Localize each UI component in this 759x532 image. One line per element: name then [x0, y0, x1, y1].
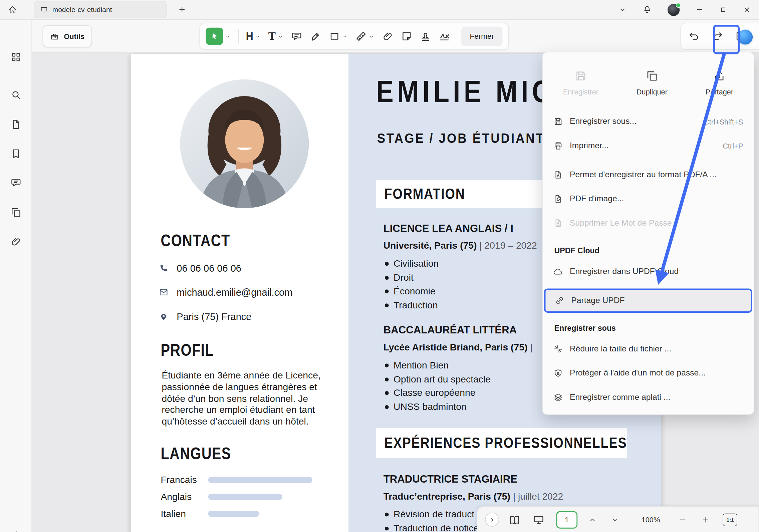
shape-tool-button[interactable] — [328, 30, 340, 42]
entry-title: TRADUCTRICE STAGIAIRE — [384, 473, 563, 485]
menu-item-label: Enregistrer comme aplati ... — [570, 392, 670, 402]
entry-title: LICENCE LEA ANGLAIS / I — [384, 223, 537, 235]
minimize-button[interactable] — [695, 5, 704, 14]
menu-item-enregistrer-aplati[interactable]: Enregistrer comme aplati ... — [543, 385, 754, 410]
menu-item-label: Protéger à l'aide d'un mot de passe... — [570, 368, 706, 378]
sidebar-bookmarks-button[interactable] — [10, 148, 22, 160]
menu-item-imprimer[interactable]: Imprimer... Ctrl+P — [543, 134, 754, 158]
next-page-button[interactable] — [610, 515, 619, 524]
plus-icon — [178, 5, 186, 14]
menu-action-partager[interactable]: Partager — [706, 70, 733, 96]
notifications-button[interactable] — [643, 5, 652, 15]
menu-item-shortcut: Ctrl+P — [723, 142, 743, 150]
attachment-tool-button[interactable] — [382, 30, 394, 42]
ai-assistant-button[interactable] — [738, 29, 753, 44]
actual-size-button[interactable]: 1:1 — [723, 513, 738, 526]
sidebar-pen-button[interactable] — [10, 529, 22, 532]
lang-level-bar — [208, 494, 282, 500]
chevron-right-icon — [489, 516, 495, 523]
maximize-button[interactable] — [719, 6, 727, 13]
remove-password-icon — [553, 218, 563, 228]
close-button[interactable] — [743, 5, 751, 14]
fermer-button[interactable]: Fermer — [461, 27, 503, 46]
experiences-heading-band: EXPÉRIENCES PROFESSIONNELLES — [376, 428, 627, 458]
menu-item-proteger-mot-de-passe[interactable]: Protéger à l'aide d'un mot de passe... — [543, 361, 754, 385]
status-bar: 100% 1:1 — [477, 506, 759, 532]
profil-text: Étudiante en 3ème année de Licence, pass… — [162, 370, 323, 427]
cloud-icon — [553, 267, 563, 276]
outils-button[interactable]: Outils — [43, 25, 92, 47]
comment-tool-button[interactable] — [291, 30, 302, 42]
save-as-icon — [553, 117, 563, 126]
cursor-icon — [210, 32, 219, 41]
tabs-dropdown-button[interactable] — [618, 5, 627, 14]
toolbar-divider — [238, 29, 239, 44]
tools-panel: H T Fermer — [200, 23, 509, 50]
email-value: michaud.emilie@gnail.com — [177, 287, 292, 298]
expand-statusbar-button[interactable] — [485, 513, 499, 527]
account-avatar[interactable] — [668, 4, 680, 16]
shape-tool-dropdown[interactable] — [341, 33, 348, 39]
entry-period: | — [530, 342, 532, 352]
heading-tool-dropdown[interactable] — [255, 33, 261, 39]
text-tool-icon[interactable]: T — [268, 30, 276, 43]
menu-action-enregistrer[interactable]: Enregistrer — [563, 70, 598, 96]
sticker-tool-button[interactable] — [401, 30, 412, 42]
menu-section-updf-cloud: UPDF Cloud — [543, 242, 754, 259]
zoom-out-button[interactable] — [678, 515, 687, 524]
new-tab-button[interactable] — [175, 3, 189, 17]
signature-tool-button[interactable] — [438, 30, 450, 42]
menu-item-supprimer-mot-de-passe[interactable]: Supprimer Le Mot de Passe — [543, 211, 754, 235]
phone-value: 06 06 06 06 06 — [177, 263, 241, 274]
bullet: Civilisation — [384, 258, 537, 269]
pen-tool-button[interactable] — [309, 30, 321, 42]
entry-period: | juillet 2022 — [513, 491, 563, 502]
presentation-mode-button[interactable] — [533, 514, 545, 525]
menu-item-enregistrer-cloud[interactable]: Enregistrer dans UPDF Cloud — [543, 259, 754, 284]
lang-row: Italien — [161, 507, 312, 520]
heading-tool-icon[interactable]: H — [246, 30, 253, 42]
bullet: Économie — [384, 286, 537, 297]
document-tab[interactable]: modele-cv-etudiant — [34, 1, 167, 18]
sidebar-search-button[interactable] — [10, 89, 22, 101]
zoom-in-button[interactable] — [702, 515, 710, 524]
menu-item-reduire-taille[interactable]: Réduire la taille du fichier ... — [543, 337, 754, 361]
select-tool-dropdown[interactable] — [225, 33, 231, 39]
lang-level-bar — [208, 477, 312, 483]
action-label: Dupliquer — [637, 88, 668, 96]
home-button[interactable] — [0, 0, 25, 19]
share-icon — [713, 70, 726, 82]
menu-item-label: Partage UPDF — [571, 296, 624, 305]
cv-left-column: CONTACT 06 06 06 06 06 michaud.emilie@gn… — [131, 54, 349, 532]
menu-item-enregistrer-sous[interactable]: Enregistrer sous... Ctrl+Shift+S — [543, 109, 754, 134]
contact-phone-row: 06 06 06 06 06 — [159, 261, 293, 275]
stamp-tool-button[interactable] — [420, 30, 431, 42]
measure-tool-button[interactable] — [355, 30, 367, 42]
sidebar-apps-button[interactable] — [10, 51, 22, 63]
entry-org: Université, Paris (75) — [384, 240, 477, 251]
undo-button[interactable] — [688, 30, 700, 42]
zoom-level[interactable]: 100% — [642, 516, 660, 524]
page-number-input[interactable] — [556, 511, 577, 528]
redo-button[interactable] — [712, 30, 723, 42]
reading-mode-button[interactable] — [509, 514, 520, 525]
menu-action-dupliquer[interactable]: Dupliquer — [637, 70, 668, 96]
bullet: Traduction — [384, 299, 537, 310]
shield-lock-icon — [553, 368, 563, 378]
menu-item-pdf-image[interactable]: PDF d'image... — [543, 187, 754, 211]
sidebar-comments-button[interactable] — [10, 177, 22, 188]
menu-item-partage-updf[interactable]: Partage UPDF — [544, 288, 752, 313]
entry-org-line: Lycée Aristide Briand, Paris (75) | — [384, 342, 533, 353]
menu-item-pdfa[interactable]: Permet d’enregistrer au format PDF/A ... — [543, 163, 754, 187]
previous-page-button[interactable] — [588, 515, 597, 524]
bullet: Option art du spectacle — [384, 373, 533, 384]
sidebar-attachments-button[interactable] — [10, 236, 22, 247]
formation-entry: LICENCE LEA ANGLAIS / I Université, Pari… — [384, 223, 537, 313]
sidebar-thumbnails-button[interactable] — [10, 118, 22, 130]
select-tool-button[interactable] — [206, 28, 223, 45]
measure-tool-dropdown[interactable] — [368, 33, 374, 39]
cv-subtitle: STAGE / JOB ÉTUDIANT — [377, 131, 563, 146]
sidebar-pages-button[interactable] — [10, 207, 22, 218]
outils-label: Outils — [64, 32, 84, 40]
text-tool-dropdown[interactable] — [277, 33, 283, 39]
